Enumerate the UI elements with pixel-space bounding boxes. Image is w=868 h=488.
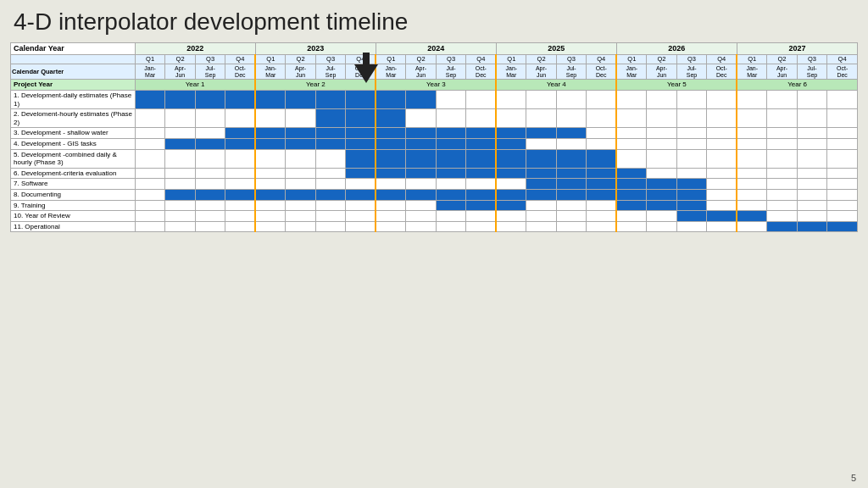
task-cell-3-q14 [556, 128, 586, 139]
task-cell-9-q8 [376, 200, 405, 211]
task-cell-8-q13 [526, 189, 556, 200]
task-cell-6-q18 [676, 168, 706, 179]
task-cell-4-q0 [135, 138, 164, 149]
task-cell-3-q15 [587, 128, 617, 139]
task-cell-4-q8 [376, 138, 405, 149]
task-cell-11-q6 [315, 221, 345, 232]
year-header-2022: 2022 [135, 43, 255, 55]
quarter-month-9: Apr-Jun [406, 64, 436, 80]
task-cell-1-q13 [526, 91, 556, 109]
task-cell-7-q8 [376, 179, 405, 190]
quarter-q-6: Q3 [315, 54, 345, 64]
task-label-9: 9. Training [11, 200, 136, 211]
task-cell-8-q5 [286, 189, 315, 200]
task-cell-1-q16 [616, 91, 646, 109]
task-cell-6-q13 [526, 168, 556, 179]
task-cell-10-q6 [315, 211, 345, 222]
task-cell-9-q17 [647, 200, 676, 211]
task-cell-3-q21 [767, 128, 797, 139]
task-cell-7-q19 [707, 179, 737, 190]
task-cell-8-q4 [255, 189, 285, 200]
task-cell-8-q9 [406, 189, 436, 200]
task-cell-1-q7 [346, 91, 376, 109]
task-cell-10-q10 [436, 211, 465, 222]
task-cell-8-q15 [587, 189, 617, 200]
task-cell-8-q22 [797, 189, 826, 200]
quarter-month-11: Oct-Dec [466, 64, 497, 80]
task-cell-4-q17 [647, 138, 676, 149]
task-cell-8-q2 [195, 189, 225, 200]
task-cell-10-q16 [616, 211, 646, 222]
task-row-3: 3. Development - shallow water [11, 128, 858, 139]
quarter-q-20: Q1 [737, 54, 766, 64]
task-cell-6-q8 [376, 168, 405, 179]
task-cell-10-q11 [466, 211, 497, 222]
task-cell-11-q12 [496, 221, 526, 232]
task-cell-1-q22 [797, 91, 826, 109]
task-cell-2-q21 [767, 109, 797, 128]
task-cell-1-q12 [496, 91, 526, 109]
project-year-Year 3: Year 3 [376, 80, 496, 91]
task-cell-7-q10 [436, 179, 465, 190]
task-row-1: 1. Development-daily estimates (Phase 1) [11, 91, 858, 109]
quarter-q-23: Q4 [827, 54, 858, 64]
quarter-q-9: Q2 [406, 54, 436, 64]
task-cell-10-q1 [165, 211, 195, 222]
task-cell-5-q16 [616, 149, 646, 168]
task-cell-3-q2 [195, 128, 225, 139]
task-cell-11-q9 [406, 221, 436, 232]
task-cell-6-q2 [195, 168, 225, 179]
task-cell-7-q9 [406, 179, 436, 190]
task-cell-6-q1 [165, 168, 195, 179]
quarter-q-11: Q4 [466, 54, 497, 64]
quarter-month-22: Jul-Sep [797, 64, 826, 80]
task-label-3: 3. Development - shallow water [11, 128, 136, 139]
task-cell-2-q20 [737, 109, 766, 128]
task-cell-9-q5 [286, 200, 315, 211]
task-cell-9-q18 [676, 200, 706, 211]
task-cell-2-q15 [587, 109, 617, 128]
task-cell-8-q3 [225, 189, 256, 200]
quarter-month-18: Jul-Sep [676, 64, 706, 80]
task-label-10: 10. Year of Review [11, 211, 136, 222]
task-cell-10-q18 [676, 211, 706, 222]
task-cell-2-q18 [676, 109, 706, 128]
task-cell-7-q14 [556, 179, 586, 190]
task-cell-6-q6 [315, 168, 345, 179]
task-cell-5-q12 [496, 149, 526, 168]
task-cell-9-q11 [466, 200, 497, 211]
task-label-5: 5. Development -combined daily & hourly … [11, 149, 136, 168]
year-header-2024: 2024 [376, 43, 496, 55]
task-cell-4-q13 [526, 138, 556, 149]
task-cell-4-q19 [707, 138, 737, 149]
task-cell-2-q5 [286, 109, 315, 128]
task-cell-2-q22 [797, 109, 826, 128]
task-cell-2-q19 [707, 109, 737, 128]
task-cell-5-q17 [647, 149, 676, 168]
task-row-11: 11. Operational [11, 221, 858, 232]
arrow-stem [363, 53, 370, 64]
project-year-label: Project Year [11, 80, 136, 91]
task-cell-4-q10 [436, 138, 465, 149]
task-cell-10-q4 [255, 211, 285, 222]
task-cell-7-q0 [135, 179, 164, 190]
task-cell-9-q4 [255, 200, 285, 211]
task-cell-11-q5 [286, 221, 315, 232]
task-cell-9-q6 [315, 200, 345, 211]
task-cell-10-q22 [797, 211, 826, 222]
task-cell-9-q0 [135, 200, 164, 211]
task-cell-5-q19 [707, 149, 737, 168]
task-cell-1-q4 [255, 91, 285, 109]
task-cell-4-q2 [195, 138, 225, 149]
task-cell-5-q0 [135, 149, 164, 168]
quarter-month-2: Jul-Sep [195, 64, 225, 80]
task-cell-8-q16 [616, 189, 646, 200]
task-cell-1-q23 [827, 91, 858, 109]
task-cell-2-q14 [556, 109, 586, 128]
task-cell-1-q8 [376, 91, 405, 109]
task-cell-5-q20 [737, 149, 766, 168]
task-cell-10-q9 [406, 211, 436, 222]
task-cell-7-q5 [286, 179, 315, 190]
quarter-month-19: Oct-Dec [707, 64, 737, 80]
task-cell-8-q20 [737, 189, 766, 200]
